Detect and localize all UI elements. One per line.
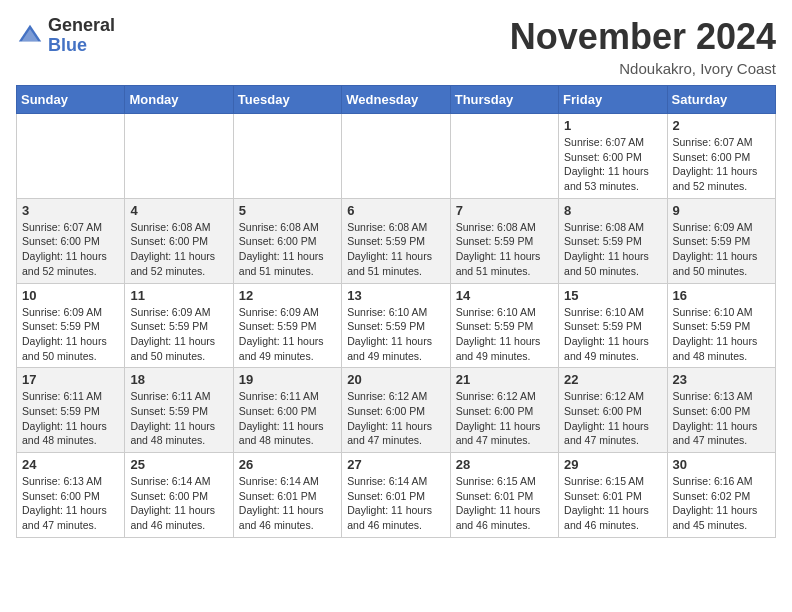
day-info: Sunrise: 6:07 AM Sunset: 6:00 PM Dayligh… [673,135,770,194]
calendar-cell: 15Sunrise: 6:10 AM Sunset: 5:59 PM Dayli… [559,283,667,368]
day-info: Sunrise: 6:12 AM Sunset: 6:00 PM Dayligh… [347,389,444,448]
calendar-cell: 28Sunrise: 6:15 AM Sunset: 6:01 PM Dayli… [450,453,558,538]
day-info: Sunrise: 6:14 AM Sunset: 6:00 PM Dayligh… [130,474,227,533]
logo-icon [16,22,44,50]
calendar-cell: 13Sunrise: 6:10 AM Sunset: 5:59 PM Dayli… [342,283,450,368]
day-number: 12 [239,288,336,303]
day-info: Sunrise: 6:15 AM Sunset: 6:01 PM Dayligh… [564,474,661,533]
day-number: 3 [22,203,119,218]
day-info: Sunrise: 6:09 AM Sunset: 5:59 PM Dayligh… [673,220,770,279]
day-info: Sunrise: 6:11 AM Sunset: 6:00 PM Dayligh… [239,389,336,448]
day-info: Sunrise: 6:09 AM Sunset: 5:59 PM Dayligh… [239,305,336,364]
day-info: Sunrise: 6:15 AM Sunset: 6:01 PM Dayligh… [456,474,553,533]
day-number: 24 [22,457,119,472]
calendar-cell: 9Sunrise: 6:09 AM Sunset: 5:59 PM Daylig… [667,198,775,283]
day-info: Sunrise: 6:08 AM Sunset: 5:59 PM Dayligh… [347,220,444,279]
calendar-cell: 18Sunrise: 6:11 AM Sunset: 5:59 PM Dayli… [125,368,233,453]
day-info: Sunrise: 6:14 AM Sunset: 6:01 PM Dayligh… [239,474,336,533]
weekday-header: Saturday [667,86,775,114]
day-info: Sunrise: 6:13 AM Sunset: 6:00 PM Dayligh… [673,389,770,448]
day-number: 14 [456,288,553,303]
day-info: Sunrise: 6:08 AM Sunset: 6:00 PM Dayligh… [239,220,336,279]
day-number: 6 [347,203,444,218]
title-block: November 2024 Ndoukakro, Ivory Coast [510,16,776,77]
day-info: Sunrise: 6:11 AM Sunset: 5:59 PM Dayligh… [130,389,227,448]
calendar-cell: 29Sunrise: 6:15 AM Sunset: 6:01 PM Dayli… [559,453,667,538]
day-number: 21 [456,372,553,387]
calendar-cell: 8Sunrise: 6:08 AM Sunset: 5:59 PM Daylig… [559,198,667,283]
calendar-cell [17,114,125,199]
calendar-cell: 21Sunrise: 6:12 AM Sunset: 6:00 PM Dayli… [450,368,558,453]
calendar-week-row: 17Sunrise: 6:11 AM Sunset: 5:59 PM Dayli… [17,368,776,453]
calendar-cell: 25Sunrise: 6:14 AM Sunset: 6:00 PM Dayli… [125,453,233,538]
calendar-week-row: 24Sunrise: 6:13 AM Sunset: 6:00 PM Dayli… [17,453,776,538]
weekday-header: Monday [125,86,233,114]
day-info: Sunrise: 6:08 AM Sunset: 5:59 PM Dayligh… [564,220,661,279]
calendar-cell: 2Sunrise: 6:07 AM Sunset: 6:00 PM Daylig… [667,114,775,199]
day-info: Sunrise: 6:07 AM Sunset: 6:00 PM Dayligh… [564,135,661,194]
day-number: 23 [673,372,770,387]
day-number: 1 [564,118,661,133]
day-info: Sunrise: 6:12 AM Sunset: 6:00 PM Dayligh… [456,389,553,448]
logo: General Blue [16,16,115,56]
day-number: 4 [130,203,227,218]
day-info: Sunrise: 6:11 AM Sunset: 5:59 PM Dayligh… [22,389,119,448]
day-number: 19 [239,372,336,387]
calendar-cell: 16Sunrise: 6:10 AM Sunset: 5:59 PM Dayli… [667,283,775,368]
day-info: Sunrise: 6:08 AM Sunset: 6:00 PM Dayligh… [130,220,227,279]
calendar-cell: 11Sunrise: 6:09 AM Sunset: 5:59 PM Dayli… [125,283,233,368]
day-info: Sunrise: 6:10 AM Sunset: 5:59 PM Dayligh… [456,305,553,364]
day-number: 16 [673,288,770,303]
day-number: 27 [347,457,444,472]
day-number: 13 [347,288,444,303]
calendar-cell: 7Sunrise: 6:08 AM Sunset: 5:59 PM Daylig… [450,198,558,283]
calendar-cell [125,114,233,199]
day-number: 15 [564,288,661,303]
calendar-cell [233,114,341,199]
calendar-cell: 14Sunrise: 6:10 AM Sunset: 5:59 PM Dayli… [450,283,558,368]
day-number: 2 [673,118,770,133]
day-info: Sunrise: 6:12 AM Sunset: 6:00 PM Dayligh… [564,389,661,448]
calendar-cell: 26Sunrise: 6:14 AM Sunset: 6:01 PM Dayli… [233,453,341,538]
calendar-week-row: 10Sunrise: 6:09 AM Sunset: 5:59 PM Dayli… [17,283,776,368]
day-info: Sunrise: 6:10 AM Sunset: 5:59 PM Dayligh… [347,305,444,364]
page-header: General Blue November 2024 Ndoukakro, Iv… [16,16,776,77]
weekday-header: Thursday [450,86,558,114]
calendar-cell: 5Sunrise: 6:08 AM Sunset: 6:00 PM Daylig… [233,198,341,283]
calendar-cell: 20Sunrise: 6:12 AM Sunset: 6:00 PM Dayli… [342,368,450,453]
day-info: Sunrise: 6:14 AM Sunset: 6:01 PM Dayligh… [347,474,444,533]
logo-text: General Blue [48,16,115,56]
calendar-week-row: 1Sunrise: 6:07 AM Sunset: 6:00 PM Daylig… [17,114,776,199]
day-info: Sunrise: 6:09 AM Sunset: 5:59 PM Dayligh… [130,305,227,364]
day-number: 28 [456,457,553,472]
day-number: 26 [239,457,336,472]
weekday-header: Wednesday [342,86,450,114]
month-title: November 2024 [510,16,776,58]
calendar-cell: 6Sunrise: 6:08 AM Sunset: 5:59 PM Daylig… [342,198,450,283]
day-info: Sunrise: 6:10 AM Sunset: 5:59 PM Dayligh… [673,305,770,364]
day-number: 29 [564,457,661,472]
calendar-cell: 22Sunrise: 6:12 AM Sunset: 6:00 PM Dayli… [559,368,667,453]
day-number: 25 [130,457,227,472]
calendar-week-row: 3Sunrise: 6:07 AM Sunset: 6:00 PM Daylig… [17,198,776,283]
calendar-header-row: SundayMondayTuesdayWednesdayThursdayFrid… [17,86,776,114]
weekday-header: Tuesday [233,86,341,114]
logo-general-label: General [48,16,115,36]
day-number: 22 [564,372,661,387]
day-info: Sunrise: 6:10 AM Sunset: 5:59 PM Dayligh… [564,305,661,364]
calendar-cell: 10Sunrise: 6:09 AM Sunset: 5:59 PM Dayli… [17,283,125,368]
calendar-cell: 24Sunrise: 6:13 AM Sunset: 6:00 PM Dayli… [17,453,125,538]
calendar-cell: 23Sunrise: 6:13 AM Sunset: 6:00 PM Dayli… [667,368,775,453]
calendar-table: SundayMondayTuesdayWednesdayThursdayFrid… [16,85,776,538]
day-number: 18 [130,372,227,387]
day-number: 5 [239,203,336,218]
logo-blue-label: Blue [48,36,115,56]
day-number: 30 [673,457,770,472]
day-number: 20 [347,372,444,387]
location-label: Ndoukakro, Ivory Coast [510,60,776,77]
calendar-cell: 12Sunrise: 6:09 AM Sunset: 5:59 PM Dayli… [233,283,341,368]
day-number: 7 [456,203,553,218]
day-number: 11 [130,288,227,303]
calendar-cell: 17Sunrise: 6:11 AM Sunset: 5:59 PM Dayli… [17,368,125,453]
calendar-cell: 27Sunrise: 6:14 AM Sunset: 6:01 PM Dayli… [342,453,450,538]
